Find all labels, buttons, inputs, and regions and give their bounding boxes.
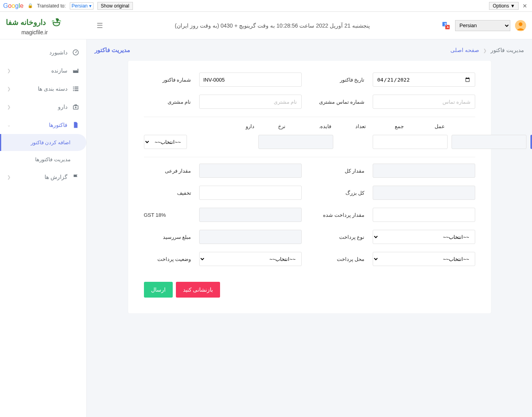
invoice-date-input[interactable] <box>373 73 475 87</box>
close-translate-icon[interactable]: ✕ <box>521 3 529 9</box>
sidebar-item-medicine[interactable]: دارو ❮ <box>0 98 86 116</box>
lock-icon: 🔒 <box>28 3 33 8</box>
navbar-datetime: پنجشنبه 21 آوریل 2022 ساعت 10:28:56 به و… <box>103 22 442 29</box>
sidebar-item-reports[interactable]: گزارش ها ❮ <box>0 168 86 186</box>
customer-name-input[interactable] <box>199 95 302 109</box>
total-label: مقدار کل <box>317 168 365 174</box>
sidebar-item-invoices[interactable]: فاکتورها ⌄ <box>0 116 86 134</box>
svg-rect-13 <box>75 90 78 91</box>
svg-rect-8 <box>73 87 74 87</box>
breadcrumb: مدیریت فاکتور ❮ صفحه اصلی مدیریت فاکتور <box>95 47 524 54</box>
drug-select[interactable]: ~~انتخاب~~ <box>144 135 187 149</box>
row-total-input <box>452 135 526 149</box>
payment-type-label: نوع پرداخت <box>317 234 365 240</box>
google-translate-icon[interactable]: 文 A <box>442 21 450 30</box>
paid-amount-label: مقدار پرداخت شده <box>317 212 365 218</box>
payment-status-select[interactable]: ~~انتخاب~~ <box>199 252 302 266</box>
translated-to-label: Translated to: <box>37 3 66 9</box>
navbar: داروخانه شفا magicfile.ir ☰ پنجشنبه 21 آ… <box>0 12 532 39</box>
language-select[interactable]: Persian <box>455 20 510 31</box>
total-input <box>373 164 475 178</box>
payment-place-label: محل پرداخت <box>317 256 365 262</box>
sidebar-label: گزارش ها <box>45 174 67 180</box>
table-row: ~~انتخاب~~ <box>144 135 475 149</box>
payment-place-select[interactable]: ~~انتخاب~~ <box>373 252 475 266</box>
payment-type-select[interactable]: ~~انتخاب~~ <box>373 230 475 244</box>
translate-language-dropdown[interactable]: Persian ▾ <box>70 2 93 9</box>
reset-button[interactable]: بازنشانی کنید <box>176 282 220 298</box>
google-logo: Google <box>3 2 24 9</box>
sidebar-label: دسته بندی ها <box>38 86 67 92</box>
paid-amount-input[interactable] <box>373 208 475 222</box>
google-translate-bar: Google 🔒 Translated to: Persian ▾ Show o… <box>0 0 532 12</box>
brand-logo[interactable]: داروخانه شفا magicfile.ir <box>6 16 63 35</box>
breadcrumb-separator: ❮ <box>483 48 487 53</box>
translate-options-button[interactable]: Options ▼ <box>489 2 519 10</box>
divider <box>144 117 475 117</box>
rate-input <box>258 135 333 149</box>
svg-rect-9 <box>75 87 78 87</box>
invoice-no-input[interactable] <box>199 73 302 87</box>
payment-status-label: وضعیت پرداخت <box>144 256 191 262</box>
chevron-left-icon: ❮ <box>7 175 11 180</box>
chevron-left-icon: ❮ <box>7 68 11 73</box>
breadcrumb-current: مدیریت فاکتور <box>491 47 524 53</box>
svg-text:A: A <box>447 25 449 29</box>
th-rate: نرخ <box>258 123 306 129</box>
chevron-left-icon: ❮ <box>7 86 11 91</box>
gst-label: GST 18% <box>144 212 191 218</box>
due-amount-input <box>199 230 302 244</box>
discount-label: تخفیف <box>144 190 191 196</box>
svg-rect-15 <box>75 105 77 106</box>
invoice-no-label: شماره فاکتور <box>144 77 191 83</box>
customer-name-label: نام مشتری <box>144 99 191 105</box>
sidebar-sub-add-invoice[interactable]: اضافه کردن فاکتور <box>0 134 86 151</box>
list-icon <box>72 85 79 92</box>
sidebar-label: فاکتورها <box>49 122 67 128</box>
grand-total-input <box>373 186 475 200</box>
chevron-down-icon: ⌄ <box>7 123 11 128</box>
breadcrumb-home-link[interactable]: صفحه اصلی <box>450 47 479 53</box>
sidebar-sub-manage-invoices[interactable]: مدیریت فاکتورها <box>0 151 86 168</box>
sidebar-label: داشبورد <box>49 49 67 56</box>
subtotal-label: مقدار فرعی <box>144 168 191 174</box>
chevron-left-icon: ❮ <box>7 104 11 110</box>
subtotal-input <box>199 164 302 178</box>
add-row-button[interactable] <box>530 135 532 149</box>
sidebar-item-manufacturer[interactable]: سازنده ❮ <box>0 61 86 80</box>
user-avatar[interactable] <box>515 20 526 31</box>
svg-point-5 <box>519 22 522 26</box>
sidebar-item-categories[interactable]: دسته بندی ها ❮ <box>0 80 86 98</box>
th-total: جمع <box>381 123 418 129</box>
grand-total-label: کل بزرگ <box>317 190 365 196</box>
th-qty: تعداد <box>345 123 377 129</box>
hamburger-icon[interactable]: ☰ <box>97 21 103 30</box>
flag-icon <box>72 173 79 181</box>
sidebar-label: سازنده <box>51 67 67 74</box>
svg-rect-11 <box>75 88 78 89</box>
qty-input[interactable] <box>373 135 448 149</box>
svg-rect-12 <box>73 90 74 91</box>
table-header: دارو نرخ فایده. تعداد جمع عمل <box>144 123 475 129</box>
sidebar-label: دارو <box>58 104 67 110</box>
th-drug: دارو <box>144 123 254 129</box>
invoice-date-label: تاریخ فاکتور <box>317 77 365 83</box>
due-amount-label: مبلغ سررسید <box>144 234 191 240</box>
customer-contact-input[interactable] <box>373 95 475 109</box>
form-card: شماره فاکتور تاریخ فاکتور نام مشتری شمار… <box>128 61 491 313</box>
show-original-button[interactable]: Show original <box>97 2 133 10</box>
factory-icon <box>72 67 79 74</box>
sidebar-item-dashboard[interactable]: داشبورد <box>0 43 86 61</box>
svg-text:文: 文 <box>444 22 447 26</box>
file-icon <box>72 121 79 128</box>
th-available: فایده. <box>310 123 341 129</box>
discount-input[interactable] <box>199 186 302 200</box>
content: مدیریت فاکتور ❮ صفحه اصلی مدیریت فاکتور … <box>87 39 532 417</box>
medkit-icon <box>72 103 79 110</box>
svg-rect-10 <box>73 88 74 89</box>
mortar-pestle-icon <box>50 16 63 29</box>
customer-contact-label: شماره تماس مشتری <box>317 99 365 105</box>
submit-button[interactable]: ارسال <box>144 282 173 298</box>
gst-input <box>199 208 302 222</box>
dashboard-icon <box>72 49 79 56</box>
